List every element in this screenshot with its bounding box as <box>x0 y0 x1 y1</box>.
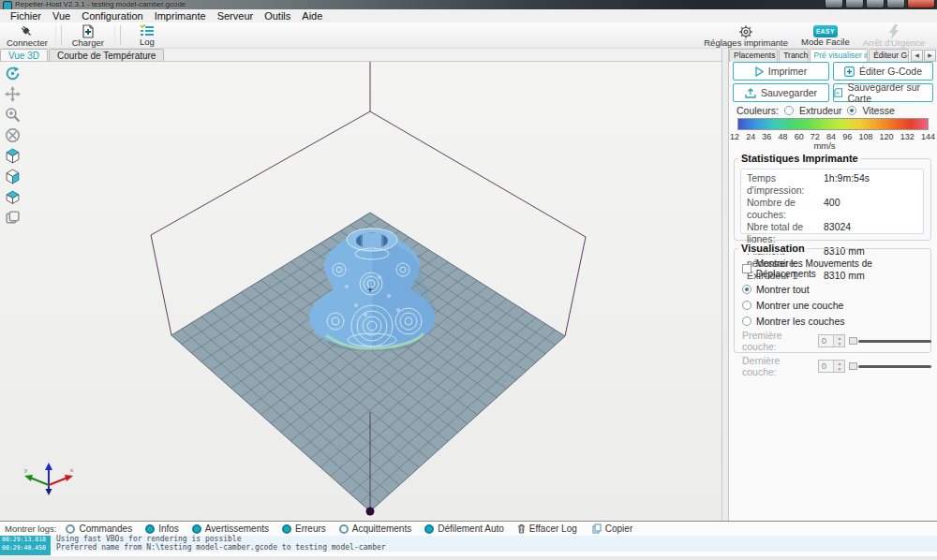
statistics-title: Statistiques Imprimante <box>738 153 861 164</box>
last-layer-spinner[interactable]: 0 ▲▼ <box>818 360 846 373</box>
tab-placements-objets[interactable]: Placements d'objets <box>729 49 778 62</box>
extruder-radio-label[interactable]: Extrudeur <box>799 105 842 116</box>
edit-plus-icon <box>844 66 855 77</box>
zoom-view-icon[interactable] <box>1 105 23 125</box>
load-button[interactable]: Charger <box>63 22 113 48</box>
toggle-defilement-auto[interactable]: Défilement Auto <box>424 523 504 534</box>
axis-indicator: y x <box>24 463 73 495</box>
panel-splitter[interactable] <box>721 49 729 521</box>
menu-serveur[interactable]: Serveur <box>212 9 260 22</box>
show-travel-moves-checkbox[interactable] <box>742 264 751 273</box>
svg-text:x: x <box>70 467 73 473</box>
right-panel: Placements d'objets Trancheur Pré visual… <box>729 49 937 521</box>
colors-row: Couleurs: Extrudeur Vitesse <box>736 105 895 116</box>
play-icon <box>755 66 764 77</box>
close-button[interactable] <box>907 0 935 8</box>
printer-settings-button[interactable]: Réglages imprimante <box>697 22 795 48</box>
show-one-layer-label[interactable]: Montrer une couche <box>756 300 843 311</box>
clear-log-button[interactable]: Effacer Log <box>517 523 577 534</box>
move-view-icon[interactable] <box>1 84 23 104</box>
easy-mode-button[interactable]: EASY Mode Facile <box>795 22 856 48</box>
extruder-radio[interactable] <box>784 106 794 115</box>
show-logs-label: Montrer logs: <box>5 523 56 534</box>
menu-aide[interactable]: Aide <box>296 9 328 22</box>
print-button[interactable]: Imprimer <box>733 62 829 81</box>
log-timestamp: 00:29:40.450 <box>0 544 51 553</box>
minimize-button[interactable] <box>866 0 885 8</box>
toggle-avertissements[interactable]: Avertissements <box>192 523 269 534</box>
menu-imprimante[interactable]: Imprimante <box>149 9 212 22</box>
isometric-view-icon[interactable] <box>1 146 23 166</box>
log-timestamp: 00:29:13.818 <box>0 536 51 544</box>
view-controls-toolbar <box>1 64 23 228</box>
copy-button[interactable]: Copier <box>592 523 632 534</box>
action-buttons: Imprimer Éditer G-Code Sauvegarder Sauve… <box>733 62 933 102</box>
print-bed-scene: y x <box>0 62 721 522</box>
tab-editeur-gcode[interactable]: Éditeur G-Code <box>869 49 909 62</box>
log-button[interactable]: Log <box>122 22 172 48</box>
show-layer-range-label[interactable]: Montrer les couches <box>756 316 845 327</box>
show-all-label[interactable]: Montrer tout <box>756 284 810 295</box>
copy-icon <box>592 523 602 534</box>
last-layer-label: Dernière couche: <box>742 355 814 377</box>
menu-configuration[interactable]: Configuration <box>76 9 148 22</box>
export-icon <box>745 88 756 98</box>
tab-previsualiser-impression[interactable]: Pré visualiser impression <box>810 49 869 62</box>
spin-down-icon: ▼ <box>834 366 844 372</box>
show-travel-moves-label[interactable]: Montrer les Mouvements de Déplacements <box>756 258 930 279</box>
menu-outils[interactable]: Outils <box>259 9 296 22</box>
statistics-box: Temps d'impression:1h:9m:54s Nombre de c… <box>740 169 924 234</box>
toggle-erreurs[interactable]: Erreurs <box>282 523 326 534</box>
load-file-icon <box>82 24 95 38</box>
toggle-views-icon[interactable] <box>1 208 23 228</box>
toggle-dot-icon <box>192 524 201 534</box>
front-view-icon[interactable] <box>1 167 23 186</box>
plug-icon <box>20 24 35 38</box>
printer-statistics-group: Statistiques Imprimante Temps d'impressi… <box>734 158 931 241</box>
speed-radio-label[interactable]: Vitesse <box>862 105 894 116</box>
first-layer-label: Première couche: <box>742 330 814 352</box>
save-to-sd-button[interactable]: Sauvegarder sur Carte <box>833 83 933 102</box>
tab-trancheur[interactable]: Trancheur <box>779 49 808 62</box>
toggle-dot-icon <box>424 524 434 534</box>
maximize-button[interactable] <box>886 0 905 8</box>
title-bar: Repetier-Host V2.3.1 - testing model-cam… <box>0 0 937 9</box>
titlebar-extra-button-2[interactable] <box>845 0 864 8</box>
show-one-layer-radio[interactable] <box>742 301 751 310</box>
speed-radio[interactable] <box>847 106 856 115</box>
last-layer-slider[interactable] <box>849 361 930 371</box>
emergency-stop-button: Arrêt d'Urgence <box>856 22 931 48</box>
show-layer-range-radio[interactable] <box>742 317 751 326</box>
log-list-icon <box>139 24 155 37</box>
tab-scroll-left-icon[interactable]: ◀ <box>911 50 923 62</box>
rotate-view-icon[interactable] <box>1 64 23 83</box>
edit-gcode-button[interactable]: Éditer G-Code <box>833 62 933 81</box>
visualization-group: Visualisation Montrer les Mouvements de … <box>734 248 931 353</box>
tab-scroll-right-icon[interactable]: ▶ <box>924 50 936 62</box>
toggle-infos[interactable]: Infos <box>145 523 179 534</box>
first-layer-spinner[interactable]: 0 ▲▼ <box>818 334 846 347</box>
viewport-3d[interactable]: y x <box>0 61 721 521</box>
app-icon <box>3 1 12 9</box>
titlebar-extra-button-1[interactable] <box>825 0 843 8</box>
tab-courbe-temperature[interactable]: Courbe de Température <box>49 49 164 61</box>
first-layer-slider[interactable] <box>849 336 930 346</box>
window-bottom-edge <box>0 556 937 560</box>
connect-button[interactable]: Connecter <box>0 22 54 48</box>
save-button[interactable]: Sauvegarder <box>733 83 829 102</box>
show-all-radio[interactable] <box>742 285 751 294</box>
sd-card-icon <box>834 87 842 98</box>
main-toolbar: Connecter Charger Log Réglages imprimant… <box>0 22 937 49</box>
window-title: Repetier-Host V2.3.1 - testing model-cam… <box>15 0 186 9</box>
toggle-commandes[interactable]: Commandes <box>66 523 132 534</box>
menu-vue[interactable]: Vue <box>47 9 76 22</box>
spin-down-icon: ▼ <box>834 341 844 346</box>
menu-fichier[interactable]: Fichier <box>5 9 47 22</box>
move-viewport-icon[interactable] <box>1 125 23 145</box>
toggle-dot-icon <box>339 524 349 534</box>
top-view-icon[interactable] <box>1 187 23 207</box>
log-output[interactable]: 00:29:13.818 Using fast VBOs for renderi… <box>0 536 937 552</box>
toggle-acquittements[interactable]: Acquittements <box>339 523 411 534</box>
slider-handle <box>849 337 857 345</box>
tab-vue-3d[interactable]: Vue 3D <box>0 49 48 61</box>
